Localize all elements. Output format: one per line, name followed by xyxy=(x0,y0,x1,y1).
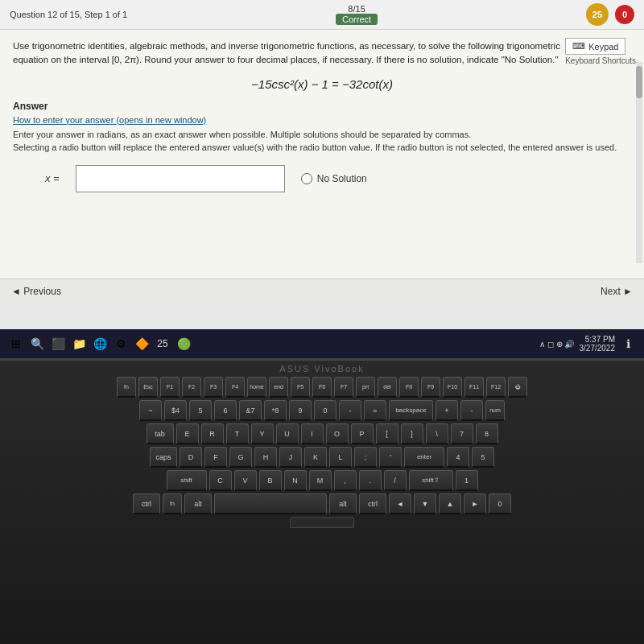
key-r[interactable]: Y xyxy=(251,423,274,444)
key-numpad-plus[interactable]: + xyxy=(436,400,458,421)
scrollbar-thumb[interactable] xyxy=(636,66,642,98)
key-fn[interactable]: fn xyxy=(117,377,136,398)
key-ctrl-right[interactable]: ctrl xyxy=(359,493,386,514)
key-e[interactable]: T xyxy=(226,423,249,444)
key-z[interactable]: C xyxy=(209,470,232,491)
next-button[interactable]: Next ► xyxy=(601,286,633,297)
key-4[interactable]: &7 xyxy=(239,400,262,421)
key-7num[interactable]: 7 xyxy=(451,423,473,444)
app-icon-1[interactable]: ⚙ xyxy=(113,336,129,352)
key-f11[interactable]: F11 xyxy=(464,377,484,398)
key-h[interactable]: K xyxy=(304,447,327,468)
edge-icon[interactable]: 🌐 xyxy=(92,336,108,352)
key-j[interactable]: L xyxy=(329,447,352,468)
key-4num[interactable]: 4 xyxy=(447,447,469,468)
app-icon-4[interactable]: 🟢 xyxy=(175,336,192,352)
key-backslash[interactable]: \ xyxy=(426,423,448,444)
key-fn2[interactable]: fn xyxy=(163,493,182,514)
key-up-arrow[interactable]: ▲ xyxy=(439,493,461,514)
key-k[interactable]: ; xyxy=(354,447,377,468)
key-1[interactable]: $4 xyxy=(164,400,187,421)
key-5num[interactable]: 5 xyxy=(472,447,494,468)
file-explorer-icon[interactable]: 📁 xyxy=(71,336,87,352)
key-8num[interactable]: 8 xyxy=(476,423,498,444)
key-numpad-minus[interactable]: - xyxy=(460,400,483,421)
key-i[interactable]: P xyxy=(351,423,374,444)
key-power[interactable]: ⏻ xyxy=(508,377,527,398)
key-caps[interactable]: caps xyxy=(150,447,177,468)
key-enter[interactable]: enter xyxy=(404,447,444,468)
key-s[interactable]: F xyxy=(204,447,227,468)
key-a[interactable]: D xyxy=(180,447,202,468)
key-shift-left[interactable]: shift xyxy=(167,470,207,491)
key-v[interactable]: N xyxy=(284,470,307,491)
key-home[interactable]: home xyxy=(247,377,266,398)
key-end[interactable]: end xyxy=(269,377,288,398)
trackpad[interactable] xyxy=(290,517,354,528)
key-f5[interactable]: F5 xyxy=(291,377,310,398)
key-f3[interactable]: F3 xyxy=(204,377,223,398)
key-7[interactable]: 0 xyxy=(314,400,336,421)
key-alt-right[interactable]: alt xyxy=(329,493,357,514)
key-n[interactable]: , xyxy=(334,470,357,491)
key-esc[interactable]: Esc xyxy=(138,377,158,398)
key-1num[interactable]: 1 xyxy=(456,470,478,491)
key-f2[interactable]: F2 xyxy=(182,377,201,398)
key-f8[interactable]: F8 xyxy=(399,377,419,398)
key-left-arrow[interactable]: ◄ xyxy=(389,493,411,514)
key-5[interactable]: *8 xyxy=(264,400,287,421)
key-8[interactable]: - xyxy=(339,400,361,421)
key-f6[interactable]: F6 xyxy=(312,377,332,398)
key-alt-left[interactable]: alt xyxy=(184,493,212,514)
key-space[interactable] xyxy=(214,493,327,514)
key-q[interactable]: E xyxy=(176,423,199,444)
key-prtsc[interactable]: prt xyxy=(356,377,375,398)
key-f7[interactable]: F7 xyxy=(334,377,353,398)
previous-button[interactable]: ◄ Previous xyxy=(11,286,61,297)
key-c[interactable]: B xyxy=(259,470,282,491)
key-y[interactable]: I xyxy=(301,423,324,444)
key-down-arrow[interactable]: ▼ xyxy=(414,493,436,514)
key-b[interactable]: M xyxy=(309,470,332,491)
key-d[interactable]: G xyxy=(229,447,252,468)
no-solution-option[interactable]: No Solution xyxy=(301,173,367,184)
key-3[interactable]: 6 xyxy=(214,400,237,421)
key-f1[interactable]: F1 xyxy=(160,377,180,398)
windows-icon[interactable]: ⊞ xyxy=(8,336,24,352)
key-f4[interactable]: F4 xyxy=(225,377,245,398)
key-t[interactable]: U xyxy=(276,423,299,444)
key-ctrl-left[interactable]: ctrl xyxy=(133,493,160,514)
key-right-arrow[interactable]: ► xyxy=(464,493,486,514)
key-backspace[interactable]: backspace xyxy=(389,400,433,421)
key-o[interactable]: [ xyxy=(376,423,398,444)
notification-icon[interactable]: ℹ xyxy=(620,336,636,352)
key-tab[interactable]: tab xyxy=(147,423,174,444)
key-2[interactable]: 5 xyxy=(189,400,212,421)
key-p[interactable]: ] xyxy=(401,423,423,444)
key-u[interactable]: O xyxy=(326,423,349,444)
key-shift-right[interactable]: shift⇧ xyxy=(409,470,453,491)
key-g[interactable]: J xyxy=(279,447,302,468)
key-w[interactable]: R xyxy=(201,423,224,444)
key-x[interactable]: V xyxy=(234,470,257,491)
key-0num[interactable]: 0 xyxy=(489,493,511,514)
key-f10[interactable]: F10 xyxy=(443,377,462,398)
app-icon-3[interactable]: 25 xyxy=(155,336,171,352)
scrollbar[interactable] xyxy=(636,62,642,263)
answer-input[interactable] xyxy=(76,165,285,192)
key-l[interactable]: ' xyxy=(379,447,402,468)
key-m[interactable]: . xyxy=(359,470,382,491)
keypad-button[interactable]: ⌨ Keypad xyxy=(565,38,625,55)
key-tilde[interactable]: ~ xyxy=(139,400,162,421)
key-f12[interactable]: F12 xyxy=(486,377,506,398)
key-6[interactable]: 9 xyxy=(289,400,312,421)
key-9[interactable]: = xyxy=(364,400,386,421)
how-to-link[interactable]: How to enter your answer (opens in new w… xyxy=(13,115,206,125)
key-comma[interactable]: / xyxy=(384,470,407,491)
search-icon[interactable]: 🔍 xyxy=(29,336,45,352)
app-icon-2[interactable]: 🔶 xyxy=(134,336,150,352)
key-f9[interactable]: F9 xyxy=(421,377,440,398)
key-numlock[interactable]: num xyxy=(485,400,505,421)
key-delete[interactable]: del xyxy=(378,377,397,398)
no-solution-radio-button[interactable] xyxy=(301,173,312,184)
